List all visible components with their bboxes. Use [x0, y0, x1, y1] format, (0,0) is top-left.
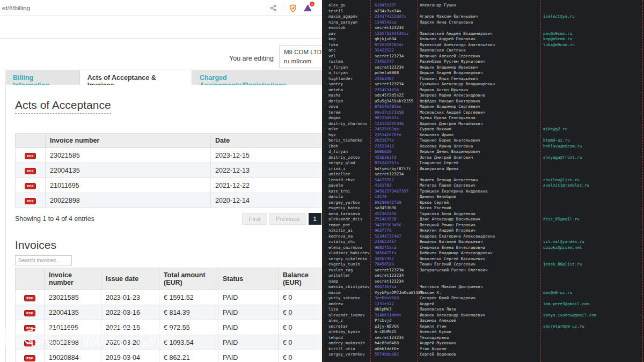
tab-1[interactable]: Acts of Acceptance & Invoices [79, 70, 192, 86]
editing-org-box[interactable]: M9 COM LTD ru.m9com [279, 45, 322, 68]
leak-email: mike@g2.ru [543, 127, 567, 132]
pdf-icon[interactable]: PDF [25, 198, 36, 204]
leak-row: danila13579Даниил Белобров [322, 194, 644, 200]
tab-2[interactable]: Charged Assignments/Registrations [192, 70, 322, 86]
invoices-table-row: PDF220041352022-03-16€ 814.39PAID€ 0 [16, 305, 321, 320]
leak-fullname: Зотов Дмитрий Олегович [420, 155, 473, 161]
invoices-table-row: PDF210116952021-02-15€ 972.55PAID€ 0 [16, 320, 321, 335]
leak-password: 34235363456 [375, 223, 401, 228]
pdf-icon[interactable]: PDF [24, 310, 35, 316]
leak-password: secret123234 [375, 279, 404, 285]
leak-username: v_firyan [328, 65, 348, 71]
leak-row: anna_tarasova452362456Тарасова Анна Андр… [322, 211, 644, 217]
adblock-alert-icon[interactable]: 1 [303, 3, 312, 13]
leak-row: nina_parsyan1249542saПарсян Нина Степано… [322, 20, 644, 26]
acts-table-row: PDF210116952021-12-22 [16, 178, 321, 193]
acts-icon-column-header [16, 134, 46, 148]
pdf-icon[interactable]: PDF [24, 325, 35, 331]
leak-row: irina_ibdfyeirbyf87t7tИванушкина Ирина [322, 166, 644, 172]
leak-password: 3eeD0sV6OQ [375, 295, 399, 301]
acts-date-cell: 2020-12-14 [211, 193, 321, 208]
leak-username: pav [328, 31, 336, 37]
pagination-page-1-button[interactable]: 1 [309, 213, 321, 225]
invoice-number-cell: 23021585 [45, 290, 101, 305]
invoices-status-column-header[interactable]: Status [218, 268, 279, 290]
leak-fullname: Хохлова Ирина Олеговна [420, 144, 473, 150]
leak-fullname: Дзис Александр Васильевич [420, 217, 480, 223]
leak-password: 234623467 [375, 239, 397, 245]
leak-username: acc [328, 48, 336, 54]
acts-table-row: PDF200228982020-12-14 [16, 193, 321, 208]
leak-row: d_firyan6086020Фирьян Денис Владимирович [322, 149, 644, 155]
pagination-previous-button[interactable]: Previous [269, 213, 306, 225]
invoices-amount-column-header[interactable]: Total amount (EUR) [159, 268, 218, 290]
leak-row: vitaliy_shi234623467Вишанов Виталий Вале… [322, 239, 644, 245]
leak-username: d_firyan [328, 149, 348, 155]
leak-row: osmpsecret123234 [322, 279, 644, 285]
pdf-icon[interactable]: PDF [25, 168, 36, 174]
leak-username: irina_i [328, 166, 346, 172]
leak-password: 4161782 [375, 183, 392, 189]
acts-invoice-column-header[interactable]: Invoice number [46, 134, 211, 148]
pdf-icon[interactable]: PDF [25, 183, 36, 189]
leak-fullname: Алексей Кунин [420, 329, 451, 335]
leak-fullname: Максим К. [420, 290, 442, 296]
leak-username: vitaliy_shi [328, 239, 355, 245]
issue-date-cell: 2021-02-15 [101, 320, 159, 335]
invoice-number-cell: 19020884 [45, 350, 101, 362]
leak-row: sergey_glad87624156fsГладченко Сергей [322, 160, 644, 166]
leak-row: mike24525663qaСурков Михаилmike@g2.ru [322, 127, 644, 132]
browser-address-bar[interactable]: et/#/billing [0, 0, 322, 16]
leak-password: secret123234 [375, 268, 404, 274]
leak-username: sergey_voronkov [328, 352, 365, 358]
invoices-date-column-header[interactable]: Issue date [101, 268, 159, 290]
leak-username: alexandr_ivanov [328, 313, 365, 319]
leak-username: anna_tarasova [328, 211, 360, 217]
search-invoices-input[interactable] [15, 255, 72, 265]
leak-row: ihoh23523413Хохлова Ирина Олеговнаhohlov… [322, 144, 644, 150]
leak-email: max@m9-uz.ru [543, 290, 572, 296]
leak-password: p3jy-NEV6K [375, 324, 399, 330]
leak-password: 13579 [375, 194, 387, 200]
pagination-first-button[interactable]: First [242, 213, 267, 225]
leak-row: unitellersecret123234 [322, 172, 644, 178]
invoices-number-column-header[interactable]: Invoice number [45, 268, 101, 290]
leak-row: highlander23563467Голович Илья Геннадьев… [322, 76, 644, 82]
tab-0[interactable]: Billing Information [5, 70, 79, 86]
leak-email: shnyaga@front.ru [543, 155, 582, 161]
leak-password: 1249542sa [375, 20, 397, 26]
pdf-icon[interactable]: PDF [24, 295, 35, 301]
balance-cell: € 0 [279, 320, 321, 335]
acts-date-cell: 2022-12-13 [211, 163, 321, 178]
url-text[interactable]: et/#/billing [2, 5, 30, 11]
leak-username: aleksandr_dzis [328, 217, 362, 223]
leak-fullname: Никитин Андрей Игоревич [420, 228, 475, 234]
billing-panel: Acts of Acceptance Invoice number Date P… [5, 85, 322, 362]
leak-password: secret123234 [375, 335, 404, 341]
leak-username: andrey_mukovnin [328, 341, 365, 346]
leak-row: v_firyansecret123234Фирьян Владимир Иван… [322, 65, 644, 71]
shield-icon[interactable] [288, 3, 298, 13]
invoices-balance-column-header[interactable]: Balance (EUR) [279, 268, 321, 290]
pdf-icon[interactable]: PDF [24, 355, 35, 361]
acts-pagination: First Previous 1 [242, 213, 321, 225]
leak-fullname: Юрков Сергей [420, 200, 449, 206]
share-icon[interactable] [268, 3, 278, 13]
leak-password: 314hb3j4hbt [375, 313, 401, 319]
leak-username: dmitriy_sharonov [328, 121, 367, 127]
leak-row: dogma987234501sЗуева Ирина Геннадьевна [322, 115, 644, 121]
leak-row: velsecret123234Величко Алексей Сергеевич [322, 54, 644, 60]
leak-password: 8726358782dz [375, 42, 404, 48]
leak-username: ruslan_zag [328, 268, 353, 274]
pdf-icon[interactable]: PDF [25, 153, 36, 159]
leak-password: sdc45f2d5s2Z [375, 93, 404, 99]
leak-password: 876546785bn [375, 104, 401, 110]
leak-row: pav123573234534szПавловский Андрей Влади… [322, 31, 644, 37]
acts-date-column-header[interactable]: Date [211, 134, 321, 148]
leak-username: leonid_chvi [328, 178, 355, 183]
leak-username: alex_z [328, 318, 343, 324]
status-cell: PAID [218, 290, 279, 305]
leak-fullname: Московских Андрей Сергеевич [420, 110, 485, 116]
pdf-icon[interactable]: PDF [24, 340, 35, 346]
leak-email: upipki@pisem.net [543, 245, 582, 251]
